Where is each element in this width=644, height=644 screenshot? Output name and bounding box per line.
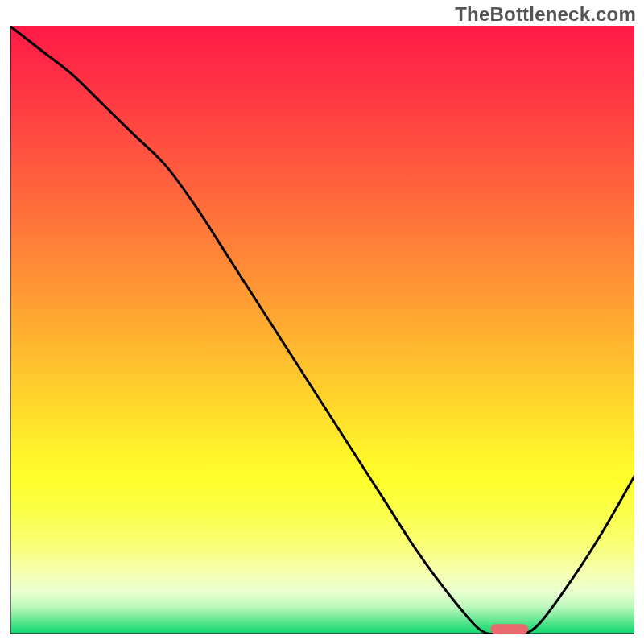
plot-frame [10, 26, 634, 634]
chart-background [10, 26, 634, 634]
chart-svg [10, 26, 634, 634]
watermark-text: TheBottleneck.com [455, 3, 636, 26]
chart-stage: TheBottleneck.com [0, 0, 644, 644]
optimum-marker [491, 624, 529, 634]
